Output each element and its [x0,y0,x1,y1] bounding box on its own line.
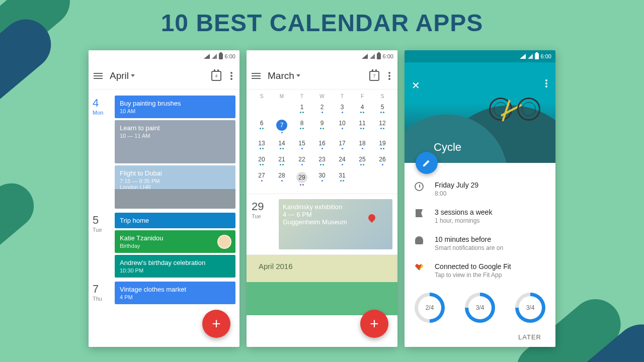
day-cell[interactable]: 29 [292,169,312,188]
dow-label: M [272,94,292,99]
schedule-list[interactable]: 4 MonBuy painting brushes10 AMLearn to p… [89,89,239,347]
detail-title: 10 minutes before [435,235,503,243]
today-icon[interactable]: 7 [369,71,379,81]
heart-icon [414,262,425,270]
day-cell[interactable]: 3 [332,101,352,116]
later-button[interactable]: LATER [518,333,541,341]
day-cell[interactable]: 4 [352,101,372,116]
day-cell[interactable]: 1 [292,101,312,116]
phone-goal: 6:00 ✕ Cycle Friday July 29 8:00 3 sessi… [405,50,555,347]
wifi-icon [520,54,526,59]
day-cell[interactable]: 15 [292,137,312,152]
event-card[interactable]: Buy painting brushes10 AM [115,96,235,118]
event-title: Kandinsky exhibition [283,203,388,211]
dow-label: F [352,94,372,99]
status-bar: 6:00 [247,50,397,62]
today-icon[interactable]: 4 [211,71,221,81]
event-card[interactable]: Flight to Dubai7:15 — 8:35 PMLondon LHR [115,165,235,209]
overflow-icon[interactable] [543,79,549,87]
progress-ring[interactable]: 2/4 [415,293,445,323]
day-cell [252,101,272,116]
detail-sub: Smart notifications are on [435,244,503,251]
day-cell[interactable]: 5 [372,101,392,116]
day-cell[interactable]: 8 [292,117,312,136]
day-cell[interactable]: 28 [272,169,292,188]
day-label: Tue [93,227,115,233]
detail-row[interactable]: 10 minutes before Smart notifications ar… [414,235,546,251]
progress-ring[interactable]: 3/4 [515,293,545,323]
event-sub: Birthday [120,243,230,249]
day-cell[interactable]: 25 [352,153,372,168]
month-picker[interactable]: March [268,70,362,81]
day-cell[interactable]: 9 [312,117,332,136]
close-icon[interactable]: ✕ [412,79,420,92]
menu-icon[interactable] [94,75,103,76]
day-cell[interactable]: 14 [272,137,292,152]
agenda-event-card[interactable]: Kandinsky exhibition 4 — 6 PM Guggenheim… [279,199,392,249]
detail-title: Friday July 29 [435,181,478,189]
progress-label: 2/4 [426,304,434,311]
add-event-fab[interactable]: + [202,310,230,338]
event-card[interactable]: Andrew's birthday celebration10:30 PM [115,255,235,278]
month-picker[interactable]: April [110,70,204,81]
day-cell[interactable]: 16 [312,137,332,152]
avatar [217,235,231,249]
day-cell[interactable]: 23 [312,153,332,168]
event-sub: 10:30 PM [120,267,230,274]
agenda-day-num: 29 [252,200,274,213]
day-cell[interactable]: 30 [312,169,332,188]
month-grid[interactable]: SMTWTFS123456789101112131415161718192021… [247,89,397,194]
detail-row[interactable]: Connected to Google Fit Tap to view in t… [414,262,546,279]
bg-shape [0,174,43,274]
overflow-icon[interactable] [228,72,234,80]
day-cell[interactable]: 2 [312,101,332,116]
day-cell[interactable]: 6 [252,117,272,136]
event-card[interactable]: Learn to paint10 — 11 AM [115,120,235,163]
day-cell[interactable]: 10 [332,117,352,136]
detail-title: 3 sessions a week [435,208,492,216]
day-cell[interactable]: 24 [332,153,352,168]
event-sub: 7:15 — 8:35 PMLondon LHR [120,178,230,190]
day-cell[interactable]: 7 [272,117,292,136]
day-cell[interactable]: 22 [292,153,312,168]
event-title: Vintage clothes market [120,286,230,293]
signal-icon [528,54,533,59]
event-card[interactable]: Vintage clothes market4 PM [115,282,235,304]
day-row: 4 MonBuy painting brushes10 AMLearn to p… [93,96,235,209]
day-cell [372,169,392,188]
overflow-icon[interactable] [386,72,392,80]
day-cell[interactable]: 18 [352,137,372,152]
bike-icon [489,98,540,123]
dow-label: T [332,94,352,99]
detail-sub: 8:00 [435,190,478,197]
dow-label: T [292,94,312,99]
page-title: 10 BEST CALENDAR APPS [0,9,644,37]
menu-icon[interactable] [252,75,261,76]
day-cell[interactable]: 11 [352,117,372,136]
day-cell[interactable]: 13 [252,137,272,152]
day-cell[interactable]: 27 [252,169,272,188]
progress-ring[interactable]: 3/4 [465,293,495,323]
day-cell[interactable]: 26 [372,153,392,168]
wifi-icon [362,54,368,59]
progress-rings: 2/43/43/4 [405,293,555,323]
detail-row[interactable]: 3 sessions a week 1 hour, mornings [414,208,546,224]
detail-row[interactable]: Friday July 29 8:00 [414,181,546,197]
day-cell[interactable]: 21 [272,153,292,168]
day-cell[interactable]: 20 [252,153,272,168]
detail-sub: Tap to view in the Fit App [435,272,511,279]
day-row: 7 ThuVintage clothes market4 PM [93,282,235,304]
day-cell[interactable]: 19 [372,137,392,152]
add-event-fab[interactable]: + [360,310,388,338]
day-cell[interactable]: 31 [332,169,352,188]
event-sub: 4 PM [120,294,230,300]
month-label: March [268,70,294,81]
edit-fab[interactable] [416,152,438,174]
event-title: Andrew's birthday celebration [120,259,230,266]
event-card[interactable]: Trip home [115,213,235,228]
day-cell[interactable]: 12 [372,117,392,136]
event-card[interactable]: Katie TzanidouBirthday [115,230,235,253]
day-cell[interactable]: 17 [332,137,352,152]
app-bar: March 7 [247,62,397,89]
event-title: Katie Tzanidou [120,234,230,242]
